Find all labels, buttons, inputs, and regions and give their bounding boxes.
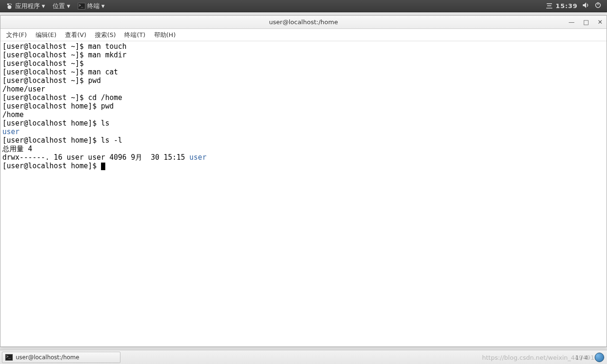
terminal-icon (5, 354, 13, 361)
system-tray: 三 15:39 (546, 2, 605, 10)
clock[interactable]: 三 15:39 (546, 2, 578, 10)
terminal-icon (78, 3, 85, 9)
bottom-panel: user@localhost:/home (0, 350, 607, 364)
menu-help[interactable]: 帮助(H) (150, 29, 180, 41)
cursor (101, 163, 105, 170)
window-title: user@localhost:/home (269, 18, 338, 26)
svg-point-1 (9, 3, 10, 4)
titlebar[interactable]: user@localhost:/home — □ ✕ (0, 16, 607, 29)
svg-point-0 (7, 3, 9, 5)
menu-view[interactable]: 查看(V) (61, 29, 90, 41)
chevron-down-icon: ▼ (67, 4, 70, 9)
page-indicator: 1 / 4 (575, 355, 588, 361)
places-label: 位置 (53, 2, 65, 10)
maximize-button[interactable]: □ (583, 18, 589, 26)
places-menu[interactable]: 位置 ▼ (49, 0, 74, 12)
applications-label: 应用程序 (15, 2, 40, 10)
menu-edit[interactable]: 编辑(E) (32, 29, 60, 41)
terminal-app-launcher[interactable]: 终端 ▼ (74, 0, 109, 12)
terminal-content[interactable]: [user@localhost ~]$ man touch[user@local… (0, 41, 607, 346)
volume-icon[interactable] (582, 2, 590, 10)
terminal-window: user@localhost:/home — □ ✕ 文件(F) 编辑(E) 查… (0, 15, 607, 347)
taskbar-terminal-button[interactable]: user@localhost:/home (2, 352, 120, 363)
terminal-label: 终端 (87, 2, 100, 10)
window-controls: — □ ✕ (569, 18, 603, 26)
menu-file[interactable]: 文件(F) (2, 29, 31, 41)
svg-marker-4 (583, 2, 586, 8)
chevron-down-icon: ▼ (101, 4, 105, 9)
power-icon[interactable] (595, 2, 601, 10)
close-button[interactable]: ✕ (598, 18, 603, 26)
svg-point-3 (8, 5, 11, 9)
chevron-down-icon: ▼ (42, 4, 45, 9)
applications-menu[interactable]: 应用程序 ▼ (2, 0, 49, 12)
svg-point-2 (11, 4, 12, 5)
menu-terminal[interactable]: 终端(T) (120, 29, 149, 41)
menubar: 文件(F) 编辑(E) 查看(V) 搜索(S) 终端(T) 帮助(H) (0, 29, 607, 41)
task-label: user@localhost:/home (16, 354, 79, 361)
gnome-foot-icon (6, 2, 13, 10)
minimize-button[interactable]: — (569, 18, 575, 26)
menu-search[interactable]: 搜索(S) (91, 29, 120, 41)
notification-indicator-icon[interactable] (595, 353, 604, 362)
top-panel: 应用程序 ▼ 位置 ▼ 终端 ▼ 三 15:39 (0, 0, 607, 12)
